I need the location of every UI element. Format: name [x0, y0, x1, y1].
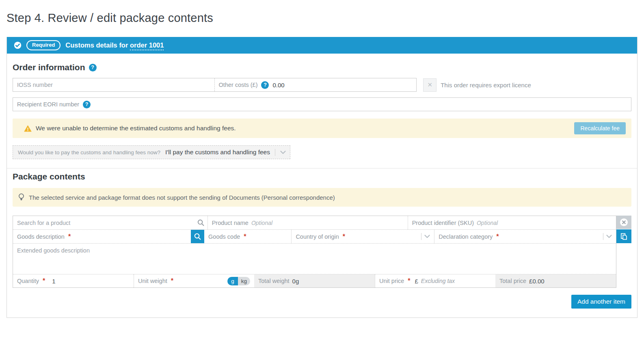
section-divider [7, 168, 637, 168]
other-costs-input[interactable] [272, 82, 309, 89]
total-weight-label: Total weight [258, 278, 290, 284]
export-licence-toggle[interactable]: ✕ [423, 78, 437, 92]
other-costs-help-icon[interactable]: ? [261, 81, 269, 89]
dropdown-separator [421, 233, 421, 240]
unit-price-required-mark: * [408, 277, 410, 285]
dropdown-separator [603, 233, 603, 240]
country-of-origin-dropdown[interactable]: Country of origin * [292, 230, 434, 243]
goods-code-required-mark: * [244, 233, 246, 240]
package-contents-heading: Package contents [13, 172, 631, 181]
goods-description-label: Goods description [17, 233, 65, 240]
ioss-field-wrap [13, 78, 215, 91]
service-info-text: The selected service and package format … [29, 194, 335, 201]
item-row-quantities: Quantity * Unit weight * g kg Total weig… [13, 274, 616, 287]
ioss-other-costs-group: Other costs (£) ? [13, 78, 417, 92]
duplicate-item-button[interactable] [616, 229, 631, 243]
customs-header-title: Customs details for order 1001 [65, 41, 164, 49]
unit-weight-label: Unit weight [138, 278, 167, 284]
order-information-heading: Order information ? [13, 63, 631, 72]
package-item: Product name Optional Product identifier… [13, 216, 631, 288]
remove-circle-icon [620, 218, 628, 227]
product-sku-label: Product identifier (SKU) [412, 220, 474, 226]
product-sku-optional: Optional [477, 220, 498, 226]
warning-icon [24, 125, 32, 132]
product-sku-field[interactable]: Product identifier (SKU) Optional [408, 216, 616, 229]
product-name-label: Product name [212, 220, 249, 226]
copy-icon [620, 233, 628, 240]
unit-price-field[interactable]: Unit price * £ [375, 274, 495, 287]
product-search-input[interactable] [17, 220, 194, 226]
item-action-buttons [616, 216, 631, 243]
pay-fees-dropdown[interactable]: Would you like to pay the customs and ha… [13, 145, 290, 159]
order-info-row-2: Recipient EORI number ? [13, 97, 631, 111]
declaration-category-label: Declaration category [439, 233, 493, 240]
extended-goods-description-input[interactable] [13, 244, 616, 272]
quantity-input[interactable] [52, 278, 72, 285]
weight-unit-kg-button[interactable]: kg [238, 277, 250, 285]
ioss-number-input[interactable] [13, 82, 214, 88]
declaration-category-dropdown[interactable]: Declaration category * [434, 230, 616, 243]
remove-item-button[interactable] [616, 216, 631, 229]
item-row-search: Product name Optional Product identifier… [13, 216, 616, 229]
recipient-eori-help-icon[interactable]: ? [83, 101, 91, 108]
goods-code-search-button[interactable] [191, 230, 204, 243]
chevron-down-icon [424, 235, 430, 238]
total-price-field: Total price £0.00 [495, 274, 616, 287]
goods-code-field[interactable]: Goods code * [204, 230, 292, 243]
chevron-down-icon [280, 151, 286, 154]
product-search-field[interactable] [13, 216, 208, 229]
order-info-row-1: Other costs (£) ? ✕ This order requires … [13, 78, 631, 92]
unit-price-label: Unit price [379, 278, 404, 284]
total-price-value: £0.00 [529, 278, 545, 285]
pay-fees-question: Would you like to pay the customs and ha… [18, 149, 160, 155]
lightbulb-icon [18, 193, 24, 202]
required-badge: Required [26, 40, 61, 50]
page-title: Step 4. Review / edit package contents [6, 11, 638, 25]
search-icon [194, 233, 201, 240]
search-icon[interactable] [197, 219, 204, 226]
product-name-optional: Optional [251, 220, 272, 226]
weight-unit-toggle: g kg [227, 277, 250, 285]
card-content: Order information ? Other costs (£) ? ✕ … [7, 54, 637, 317]
warning-text: We were unable to determine the estimate… [36, 125, 570, 132]
order-information-heading-text: Order information [13, 63, 85, 72]
weight-unit-g-button[interactable]: g [227, 277, 238, 285]
goods-code-label: Goods code [208, 233, 240, 240]
export-licence-label: This order requires export licence [441, 82, 531, 89]
item-row-extended [13, 243, 616, 274]
chevron-down-icon [606, 235, 612, 238]
service-info-banner: The selected service and package format … [13, 188, 631, 207]
product-name-field[interactable]: Product name Optional [208, 216, 408, 229]
card-footer: Add another item [13, 295, 631, 309]
package-item-fields: Product name Optional Product identifier… [13, 216, 616, 288]
recipient-eori-input[interactable]: Recipient EORI number ? [13, 97, 631, 111]
unit-weight-required-mark: * [171, 277, 173, 285]
order-information-help-icon[interactable]: ? [89, 64, 97, 71]
total-price-label: Total price [499, 278, 526, 284]
order-link[interactable]: order 1001 [130, 41, 164, 50]
country-of-origin-label: Country of origin [296, 233, 339, 240]
other-costs-label: Other costs (£) [219, 82, 258, 88]
package-contents-heading-text: Package contents [13, 172, 85, 181]
unit-weight-field[interactable]: Unit weight * g kg [134, 274, 254, 287]
goods-description-field[interactable]: Goods description * [13, 230, 191, 243]
pay-fees-selected-value: I'll pay the customs and handling fees [165, 149, 270, 156]
total-weight-value: 0g [292, 278, 299, 285]
dropdown-separator [275, 149, 275, 156]
unit-price-input[interactable] [421, 278, 491, 284]
goods-description-required-mark: * [68, 233, 71, 240]
country-of-origin-required-mark: * [343, 233, 345, 240]
customs-details-card: Required Customs details for order 1001 … [6, 37, 638, 318]
recalculate-fee-button[interactable]: Recalculate fee [574, 122, 626, 134]
other-costs-field-wrap: Other costs (£) ? [215, 78, 417, 91]
total-weight-field: Total weight 0g [254, 274, 375, 287]
add-another-item-button[interactable]: Add another item [571, 295, 631, 309]
customs-header-title-prefix: Customs details for [65, 41, 128, 49]
currency-symbol: £ [415, 278, 418, 285]
quantity-label: Quantity [17, 278, 39, 284]
recipient-eori-placeholder: Recipient EORI number [17, 101, 79, 108]
customs-header-bar: Required Customs details for order 1001 [7, 37, 637, 54]
quantity-field[interactable]: Quantity * [13, 274, 134, 287]
check-circle-icon [14, 41, 22, 49]
item-row-goods: Goods description * Goods code * [13, 229, 616, 243]
